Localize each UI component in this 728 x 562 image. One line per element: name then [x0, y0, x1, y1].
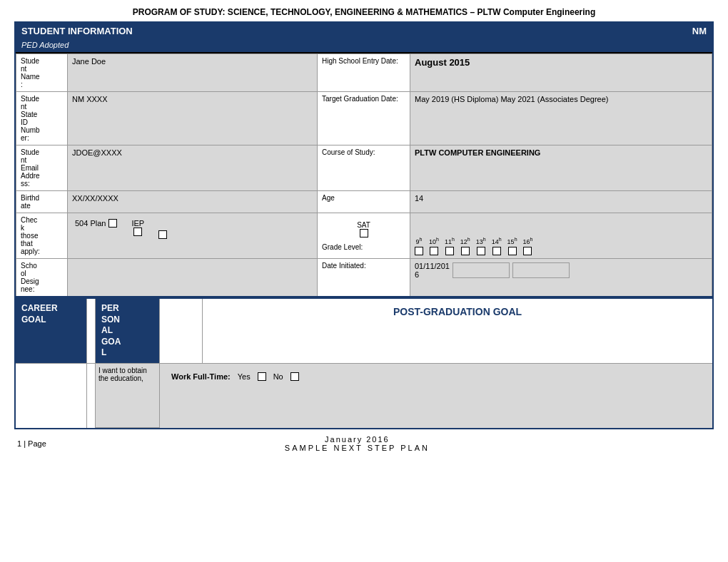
email-value: JDOE@XXXX [68, 145, 318, 191]
grade-16: 16h [523, 237, 533, 255]
course-value: PLTW COMPUTER ENGINEERING [410, 145, 712, 191]
career-header-row: CAREER GOAL PERSONALGOAL POST-GRADUATION… [16, 299, 712, 364]
footer-center: January 2016 SAMPLE NEXT STEP PLAN [46, 435, 668, 452]
student-name-label: StudentName: [16, 54, 68, 92]
date-initiated-value: 01/11/2016 [410, 259, 712, 297]
grade-10: 10h [429, 237, 439, 255]
check-504-row: 504 Plan [75, 219, 117, 228]
grade-15: 15h [507, 237, 517, 255]
sat-box: SAT [322, 221, 405, 237]
date-initiated-text: 01/11/2016 [415, 262, 450, 279]
grade-16-checkbox[interactable] [523, 247, 532, 255]
grade-14-checkbox[interactable] [492, 247, 501, 255]
grad-date-value: May 2019 (HS Diploma) May 2021 (Associat… [410, 92, 712, 145]
state-id-label: StudentStateIDNumber: [16, 92, 68, 145]
grade-10-checkbox[interactable] [430, 247, 438, 255]
date-initiated-label: Date Initiated: [318, 259, 410, 297]
hs-entry-label: High School Entry Date: [318, 54, 410, 92]
grade-9: 9h [415, 237, 423, 255]
grade-15-checkbox[interactable] [508, 247, 517, 255]
student-info-nm: NM [692, 26, 707, 36]
sat-grade-container: SAT Grade Level: [322, 221, 405, 251]
grade-14: 14h [492, 237, 502, 255]
grade-level-label: SAT Grade Level: [318, 213, 410, 259]
course-label: Course of Study: [318, 145, 410, 191]
check-items-container: 504 Plan IEP [72, 216, 313, 243]
grade-12-checkbox[interactable] [461, 247, 470, 255]
student-info-header: STUDENT INFORMATION NM [16, 23, 712, 39]
post-grad-header: POST-GRADUATION GOAL [203, 299, 712, 363]
grade-12: 12h [460, 237, 470, 255]
spacer-body [87, 364, 96, 428]
date-initiated-row: 01/11/2016 [415, 262, 707, 279]
spacer-cell2 [160, 299, 203, 363]
check-label: Checkthosethatapply: [16, 213, 68, 259]
grade-13-checkbox[interactable] [477, 247, 485, 255]
ped-adopted: PED Adopted [16, 39, 712, 53]
personal-goal-text: I want to obtain the education, [98, 367, 147, 382]
no-label: No [273, 372, 283, 381]
grade-9-checkbox[interactable] [415, 247, 423, 255]
footer: 1 | Page January 2016 SAMPLE NEXT STEP P… [14, 429, 714, 455]
school-designee-row: SchoolDesignee: Date Initiated: 01/11/20… [16, 259, 712, 297]
table-row: StudentName: Jane Doe High School Entry … [16, 54, 712, 92]
email-label: StudentEmailAddress: [16, 145, 68, 191]
iep-checkbox[interactable] [133, 228, 142, 236]
career-goal-body [16, 364, 87, 428]
check-items-cell: 504 Plan IEP [68, 213, 318, 259]
date-box-2 [512, 262, 570, 278]
grade-11-checkbox[interactable] [445, 247, 454, 255]
hs-entry-value: August 2015 [410, 54, 712, 92]
yes-label: Yes [238, 372, 251, 381]
check-item-iep: IEP [131, 219, 144, 237]
sat-label: SAT [357, 221, 370, 229]
post-grad-body: Work Full-Time: Yes No [160, 364, 712, 428]
personal-goal-body: I want to obtain the education, [96, 364, 160, 428]
grad-date-label: Target Graduation Date: [318, 92, 410, 145]
school-designee-label: SchoolDesignee: [16, 259, 68, 297]
student-name-value: Jane Doe [68, 54, 318, 92]
grade-level-cell: 9h 10h 11h 12h [410, 213, 712, 259]
spacer-cell [87, 299, 96, 363]
table-row: Checkthosethatapply: 504 Plan IEP [16, 213, 712, 259]
main-container: STUDENT INFORMATION NM PED Adopted Stude… [14, 21, 714, 429]
school-designee-value [68, 259, 318, 297]
state-id-value: NM XXXX [68, 92, 318, 145]
page-number: 1 | Page [17, 439, 46, 448]
grade-level-text: Grade Level: [322, 243, 405, 251]
work-fulltime-label: Work Full-Time: [171, 372, 231, 381]
age-label: Age [318, 191, 410, 213]
grade-13: 13h [476, 237, 486, 255]
grade-level-row: 9h 10h 11h 12h [415, 237, 707, 255]
iep-label: IEP [131, 219, 144, 228]
career-goal-header: CAREER GOAL [16, 299, 87, 363]
check-item-blank [158, 219, 167, 240]
sat-checkbox[interactable] [360, 229, 368, 237]
table-row: Birthdate XX/XX/XXXX Age 14 [16, 191, 712, 213]
age-value: 14 [410, 191, 712, 213]
blank-checkbox[interactable] [158, 230, 167, 239]
personal-goal-header: PERSONALGOAL [96, 299, 160, 363]
date-box-1 [453, 262, 510, 278]
check-item-504: 504 Plan [75, 219, 117, 228]
career-body-row: I want to obtain the education, Work Ful… [16, 364, 712, 428]
yes-checkbox[interactable] [258, 372, 266, 381]
student-info-title: STUDENT INFORMATION [21, 26, 133, 36]
birthdate-label: Birthdate [16, 191, 68, 213]
career-section: CAREER GOAL PERSONALGOAL POST-GRADUATION… [16, 297, 712, 428]
grade-11: 11h [445, 237, 455, 255]
table-row: StudentEmailAddress: JDOE@XXXX Course of… [16, 145, 712, 191]
check-504-label: 504 Plan [75, 219, 106, 228]
page-title: PROGRAM OF STUDY: SCIENCE, TECHNOLOGY, E… [14, 7, 714, 17]
check-504-box[interactable] [108, 219, 117, 228]
no-checkbox[interactable] [290, 372, 299, 381]
work-fulltime-row: Work Full-Time: Yes No [164, 368, 708, 385]
birthdate-value: XX/XX/XXXX [68, 191, 318, 213]
table-row: StudentStateIDNumber: NM XXXX Target Gra… [16, 92, 712, 145]
student-info-table: StudentName: Jane Doe High School Entry … [16, 53, 712, 297]
